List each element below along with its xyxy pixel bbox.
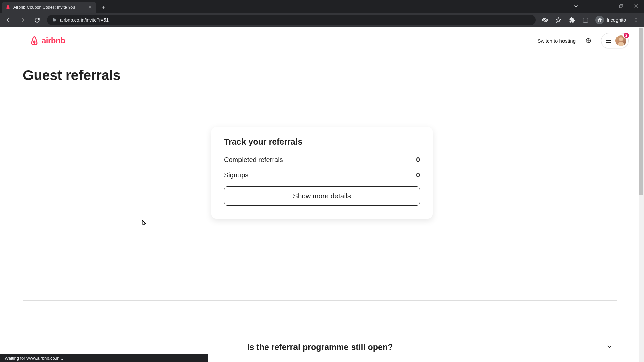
cursor-icon	[142, 220, 147, 227]
hamburger-icon	[606, 38, 611, 43]
svg-point-4	[636, 18, 637, 19]
toolbar-right: Incognito	[540, 15, 641, 25]
stat-row-signups: Signups 0	[224, 171, 420, 179]
side-panel-icon[interactable]	[580, 15, 591, 25]
tab-favicon-icon	[5, 5, 11, 10]
chrome-menu-icon[interactable]	[631, 15, 641, 25]
user-menu-button[interactable]: 2	[601, 33, 629, 48]
stat-value: 0	[416, 171, 420, 179]
svg-rect-3	[583, 18, 588, 22]
back-button[interactable]	[3, 14, 15, 26]
chevron-down-icon	[606, 343, 613, 352]
browser-tab[interactable]: Airbnb Coupon Codes: Invite You	[2, 2, 96, 13]
svg-point-5	[636, 20, 637, 21]
scrollbar-thumb[interactable]	[639, 28, 643, 195]
incognito-indicator[interactable]: Incognito	[593, 16, 628, 24]
page-viewport: airbnb Switch to hosting 2 Guest referra…	[0, 27, 644, 362]
tab-search-button[interactable]	[570, 0, 582, 12]
language-button[interactable]	[582, 34, 595, 47]
stat-value: 0	[416, 156, 420, 164]
stat-label: Signups	[224, 171, 248, 179]
show-more-details-button[interactable]: Show more details	[224, 186, 420, 206]
tab-title: Airbnb Coupon Codes: Invite You	[13, 5, 85, 10]
referrals-card: Track your referrals Completed referrals…	[211, 127, 433, 219]
new-tab-button[interactable]: +	[99, 3, 108, 12]
url-text: airbnb.co.in/invite?r=51	[60, 17, 109, 23]
page-title: Guest referrals	[23, 67, 644, 83]
stat-label: Completed referrals	[224, 156, 283, 164]
faq-item[interactable]: Is the referral programme still open?	[23, 342, 617, 352]
reload-button[interactable]	[31, 14, 43, 26]
window-controls	[598, 0, 644, 12]
minimize-button[interactable]	[598, 0, 613, 12]
maximize-button[interactable]	[613, 0, 629, 12]
card-title: Track your referrals	[224, 137, 420, 147]
logo-text: airbnb	[42, 36, 65, 45]
third-party-cookies-icon[interactable]	[540, 15, 550, 25]
incognito-label: Incognito	[607, 17, 626, 23]
incognito-icon	[595, 16, 604, 24]
address-bar[interactable]: airbnb.co.in/invite?r=51	[47, 15, 536, 25]
site-header: airbnb Switch to hosting 2	[0, 27, 644, 54]
globe-icon	[585, 38, 591, 44]
header-right: Switch to hosting 2	[538, 33, 629, 48]
close-tab-icon[interactable]	[87, 5, 93, 10]
airbnb-logo[interactable]: airbnb	[29, 35, 65, 46]
bookmark-icon[interactable]	[553, 15, 564, 25]
scrollbar-track[interactable]	[639, 27, 644, 362]
extensions-icon[interactable]	[567, 15, 577, 25]
lock-icon[interactable]	[52, 17, 57, 23]
switch-to-hosting-link[interactable]: Switch to hosting	[538, 38, 576, 44]
browser-toolbar: airbnb.co.in/invite?r=51 Incognito	[0, 13, 644, 27]
status-text: Waiting for www.airbnb.co.in...	[5, 356, 63, 361]
section-divider	[23, 300, 617, 301]
status-toast: Waiting for www.airbnb.co.in...	[0, 354, 208, 362]
airbnb-logo-icon	[29, 35, 40, 46]
button-label: Show more details	[293, 192, 351, 200]
stat-row-completed: Completed referrals 0	[224, 156, 420, 164]
svg-point-6	[636, 21, 637, 22]
tab-strip: Airbnb Coupon Codes: Invite You +	[0, 0, 644, 13]
svg-rect-1	[619, 5, 622, 7]
faq-question: Is the referral programme still open?	[247, 342, 393, 352]
notification-badge: 2	[623, 32, 630, 39]
close-window-button[interactable]	[629, 0, 644, 12]
forward-button[interactable]	[17, 14, 29, 26]
